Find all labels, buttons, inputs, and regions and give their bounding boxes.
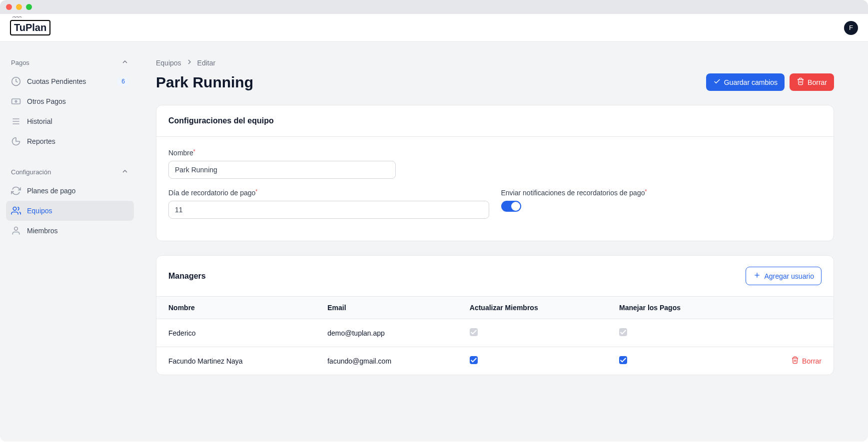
- maximize-window-button[interactable]: [26, 4, 32, 10]
- reminder-day-label: Día de recordatorio de pago*: [168, 189, 489, 197]
- sidebar-item-label: Miembros: [27, 227, 129, 235]
- check-icon: [713, 77, 721, 87]
- sidebar-section-pagos[interactable]: Pagos: [6, 54, 134, 71]
- sidebar: Pagos Cuotas Pendientes 6 Otros Pagos Hi…: [0, 42, 140, 442]
- sidebar-item-historial[interactable]: Historial: [6, 111, 134, 131]
- sidebar-item-miembros[interactable]: Miembros: [6, 221, 134, 241]
- col-name: Nombre: [156, 297, 315, 319]
- breadcrumb: Equipos Editar: [156, 58, 834, 67]
- managers-table: Nombre Email Actualizar Miembros Manejar…: [156, 297, 834, 375]
- logo[interactable]: TuPlan: [10, 20, 50, 35]
- add-user-button[interactable]: Agregar usuario: [746, 267, 822, 285]
- table-row: Facundo Martinez Nayafacundo@gmail.comBo…: [156, 347, 834, 375]
- row-delete-label: Borrar: [802, 357, 822, 365]
- sidebar-item-planes-de-pago[interactable]: Planes de pago: [6, 181, 134, 201]
- save-button-label: Guardar cambios: [724, 78, 778, 86]
- settings-card: Configuraciones del equipo Nombre* Día d…: [156, 105, 834, 241]
- manage-payments-checkbox: [619, 328, 627, 336]
- cell-email: facundo@gmail.com: [315, 347, 458, 375]
- sidebar-item-label: Historial: [27, 117, 129, 125]
- clock-icon: [11, 76, 21, 86]
- add-user-label: Agregar usuario: [764, 272, 814, 280]
- trash-icon: [791, 356, 799, 366]
- main-content: Equipos Editar Park Running Guardar camb…: [140, 42, 868, 442]
- update-members-checkbox: [470, 328, 478, 336]
- save-button[interactable]: Guardar cambios: [706, 73, 785, 91]
- sidebar-item-label: Equipos: [27, 207, 129, 215]
- chevron-right-icon: [185, 58, 193, 67]
- notifications-label: Enviar notificaciones de recordatorios d…: [501, 189, 822, 197]
- cell-name: Federico: [156, 319, 315, 347]
- payment-icon: [11, 96, 21, 106]
- update-members-checkbox[interactable]: [470, 356, 478, 364]
- logo-text: TuPlan: [10, 20, 50, 35]
- sidebar-item-label: Otros Pagos: [27, 97, 129, 105]
- delete-button-label: Borrar: [808, 78, 827, 86]
- breadcrumb-root[interactable]: Equipos: [156, 59, 181, 67]
- managers-card-title: Managers: [168, 272, 206, 281]
- sidebar-section-label: Pagos: [11, 59, 29, 66]
- user-avatar[interactable]: F: [844, 21, 858, 35]
- cell-name: Facundo Martinez Naya: [156, 347, 315, 375]
- svg-point-7: [14, 227, 18, 231]
- sidebar-item-label: Planes de pago: [27, 187, 129, 195]
- sidebar-item-cuotas-pendientes[interactable]: Cuotas Pendientes 6: [6, 71, 134, 91]
- page-title: Park Running: [156, 74, 253, 91]
- manage-payments-checkbox[interactable]: [619, 356, 627, 364]
- user-icon: [11, 226, 21, 236]
- table-row: Federicodemo@tuplan.app: [156, 319, 834, 347]
- svg-point-6: [13, 207, 16, 211]
- topbar: TuPlan F: [0, 14, 868, 42]
- chevron-up-icon: [121, 167, 129, 177]
- users-icon: [11, 206, 21, 216]
- col-update-members: Actualizar Miembros: [458, 297, 607, 319]
- minimize-window-button[interactable]: [16, 4, 22, 10]
- name-label: Nombre*: [168, 149, 822, 157]
- col-email: Email: [315, 297, 458, 319]
- name-input[interactable]: [168, 161, 396, 179]
- sidebar-item-reportes[interactable]: Reportes: [6, 131, 134, 151]
- window-titlebar: [0, 0, 868, 14]
- svg-point-2: [15, 100, 16, 102]
- sidebar-item-label: Reportes: [27, 137, 129, 145]
- notifications-toggle[interactable]: [501, 201, 521, 212]
- close-window-button[interactable]: [6, 4, 12, 10]
- plus-icon: [753, 271, 761, 281]
- sidebar-section-label: Configuración: [11, 168, 51, 176]
- badge-count: 6: [117, 77, 129, 86]
- chart-icon: [11, 136, 21, 146]
- managers-card: Managers Agregar usuario Nombre Email Ac…: [156, 255, 834, 375]
- settings-card-title: Configuraciones del equipo: [156, 105, 834, 137]
- chevron-up-icon: [121, 58, 129, 67]
- sidebar-item-equipos[interactable]: Equipos: [6, 201, 134, 221]
- trash-icon: [797, 77, 805, 87]
- breadcrumb-current: Editar: [197, 59, 216, 67]
- list-icon: [11, 116, 21, 126]
- row-delete-button[interactable]: Borrar: [791, 356, 822, 366]
- refresh-icon: [11, 186, 21, 196]
- svg-rect-1: [12, 99, 20, 104]
- delete-button[interactable]: Borrar: [790, 73, 834, 91]
- reminder-day-input[interactable]: [168, 201, 489, 219]
- col-manage-payments: Manejar los Pagos: [607, 297, 746, 319]
- sidebar-item-label: Cuotas Pendientes: [27, 77, 111, 85]
- sidebar-item-otros-pagos[interactable]: Otros Pagos: [6, 91, 134, 111]
- cell-email: demo@tuplan.app: [315, 319, 458, 347]
- sidebar-section-configuracion[interactable]: Configuración: [6, 163, 134, 181]
